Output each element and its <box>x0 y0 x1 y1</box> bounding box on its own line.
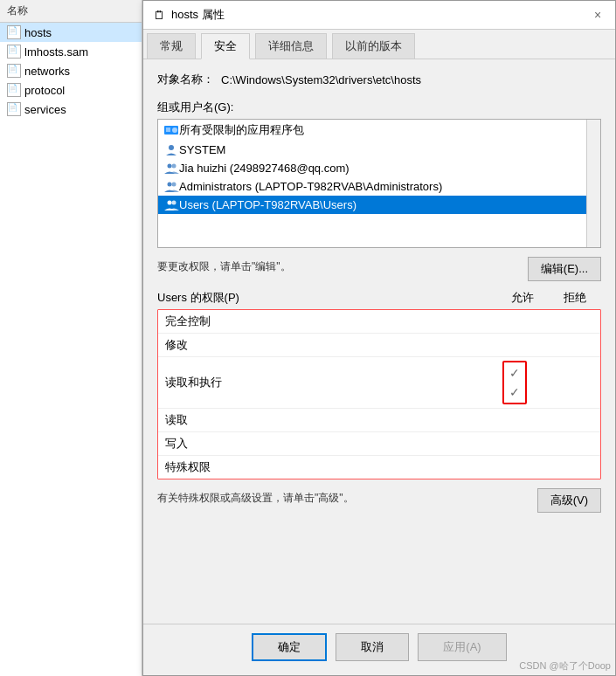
file-icon: 📄 <box>7 45 21 59</box>
svg-point-5 <box>172 163 176 168</box>
user-item-label: Administrators (LAPTOP-T982RVAB\Administ… <box>179 180 442 193</box>
properties-dialog: 🗒 hosts 属性 × 常规 安全 详细信息 以前的版本 对象名称： C:\W… <box>142 0 616 676</box>
svg-point-6 <box>168 182 172 186</box>
sidebar-item-lmhosts[interactable]: 📄 lmhosts.sam <box>0 42 142 61</box>
perm-row-read-execute: 读取和执行 ✓ ✓ <box>158 357 600 409</box>
tab-bar: 常规 安全 详细信息 以前的版本 <box>143 30 615 59</box>
sidebar-item-label: networks <box>24 65 70 78</box>
user-item-label: SYSTEM <box>179 143 225 156</box>
user-item-label: 所有受限制的应用程序包 <box>179 122 304 138</box>
svg-rect-1 <box>166 128 170 132</box>
user-list-item-selected[interactable]: Users (LAPTOP-T982RVAB\Users) <box>158 196 600 214</box>
perm-row-modify: 修改 <box>158 334 600 357</box>
svg-point-8 <box>168 200 172 204</box>
perm-name: 修改 <box>165 337 488 353</box>
edit-button[interactable]: 编辑(E)... <box>528 257 601 281</box>
svg-point-2 <box>172 128 177 133</box>
tab-previous-versions[interactable]: 以前的版本 <box>332 33 415 59</box>
perm-name: 写入 <box>165 436 488 452</box>
sidebar-item-label: hosts <box>24 26 52 39</box>
perm-allow-check: ✓ ✓ <box>488 361 541 404</box>
sidebar-item-label: lmhosts.sam <box>24 45 88 59</box>
perm-deny-header: 拒绝 <box>549 290 601 306</box>
user-list-item[interactable]: Jia huizhi (2498927468@qq.com) <box>158 159 600 177</box>
object-name-value: C:\Windows\System32\drivers\etc\hosts <box>221 73 421 86</box>
user-list-item[interactable]: 所有受限制的应用程序包 <box>158 120 600 141</box>
tab-general[interactable]: 常规 <box>147 33 196 59</box>
checkmark-read: ✓ <box>509 385 520 399</box>
package-icon <box>163 124 179 136</box>
tab-details[interactable]: 详细信息 <box>255 33 327 59</box>
file-icon: 📄 <box>7 102 21 116</box>
close-button[interactable]: × <box>589 6 606 24</box>
sidebar-header: 名称 <box>0 0 142 23</box>
object-name-label: 对象名称： <box>157 72 214 87</box>
cancel-button[interactable]: 取消 <box>336 633 409 661</box>
svg-point-4 <box>168 163 172 168</box>
sidebar-item-hosts[interactable]: 📄 hosts <box>0 23 142 42</box>
sidebar-item-label: services <box>24 103 66 116</box>
group-icon <box>163 181 179 193</box>
file-icon: 📄 <box>7 64 21 78</box>
sidebar-item-label: protocol <box>24 84 65 97</box>
title-bar: 🗒 hosts 属性 × <box>143 1 615 30</box>
user-list-item[interactable]: SYSTEM <box>158 141 600 159</box>
svg-point-7 <box>172 182 176 186</box>
user-list-item[interactable]: Administrators (LAPTOP-T982RVAB\Administ… <box>158 177 600 196</box>
checkmark-read-execute: ✓ <box>509 366 520 380</box>
advanced-button[interactable]: 高级(V) <box>537 488 601 513</box>
object-name-row: 对象名称： C:\Windows\System32\drivers\etc\ho… <box>157 72 601 87</box>
sidebar-item-protocol[interactable]: 📄 protocol <box>0 80 142 100</box>
perm-header-row: Users 的权限(P) 允许 拒绝 <box>157 290 601 306</box>
scrollbar[interactable] <box>586 120 600 247</box>
user-list[interactable]: 所有受限制的应用程序包 SYSTEM Jia huizhi (249892746… <box>157 119 601 248</box>
svg-point-9 <box>172 200 176 204</box>
perm-title: Users 的权限(P) <box>157 290 496 306</box>
group-users-label: 组或用户名(G): <box>157 100 601 115</box>
perm-row-read: 读取 <box>158 409 600 432</box>
sidebar-item-networks[interactable]: 📄 networks <box>0 61 142 80</box>
perm-row-full-control: 完全控制 <box>158 310 600 334</box>
perm-allow-header: 允许 <box>496 290 549 306</box>
watermark: CSDN @哈了个Doop <box>519 659 611 673</box>
advanced-note: 有关特殊权限或高级设置，请单击"高级"。 <box>157 491 354 506</box>
title-bar-left: 🗒 hosts 属性 <box>152 7 225 23</box>
svg-point-3 <box>169 145 174 150</box>
tab-security[interactable]: 安全 <box>201 33 250 59</box>
file-sidebar: 名称 📄 hosts 📄 lmhosts.sam 📄 networks 📄 pr… <box>0 0 142 676</box>
perm-name: 特殊权限 <box>165 459 488 475</box>
dialog-title: hosts 属性 <box>171 7 225 23</box>
user-item-label: Users (LAPTOP-T982RVAB\Users) <box>179 198 356 211</box>
check-highlight-box: ✓ ✓ <box>502 361 527 404</box>
apply-button[interactable]: 应用(A) <box>418 633 506 661</box>
sidebar-item-services[interactable]: 📄 services <box>0 100 142 119</box>
perm-name: 读取和执行 <box>165 375 488 390</box>
perm-name: 完全控制 <box>165 314 488 329</box>
user-icon <box>163 144 179 156</box>
group-icon-selected <box>163 199 179 211</box>
perm-row-write: 写入 <box>158 432 600 456</box>
ok-button[interactable]: 确定 <box>252 633 327 661</box>
user-icon <box>163 162 179 175</box>
edit-note: 要更改权限，请单击"编辑"。 <box>157 259 291 274</box>
dialog-icon: 🗒 <box>152 8 166 22</box>
dialog-content: 对象名称： C:\Windows\System32\drivers\etc\ho… <box>143 59 615 624</box>
file-icon: 📄 <box>7 25 21 39</box>
file-icon: 📄 <box>7 83 21 97</box>
perm-name: 读取 <box>165 412 488 428</box>
user-item-label: Jia huizhi (2498927468@qq.com) <box>179 162 350 175</box>
permissions-table: 完全控制 修改 读取和执行 ✓ ✓ <box>157 309 601 479</box>
perm-row-special: 特殊权限 <box>158 456 600 479</box>
